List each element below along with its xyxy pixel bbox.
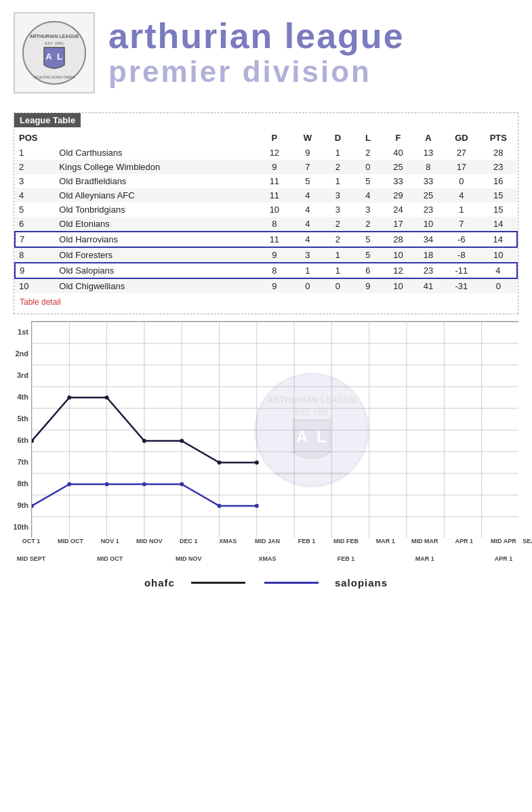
table-row: 7Old Harrovians114252834-614 [15, 232, 517, 247]
table-cell: 4 [293, 188, 323, 202]
chart-x-label: NOV 1MID OCT [89, 538, 130, 562]
table-section-label: League Table [14, 113, 81, 127]
col-p: P [256, 130, 292, 146]
legend-team2: salopians [335, 577, 388, 589]
table-detail-link[interactable]: Table detail [20, 297, 61, 307]
table-cell: 10 [383, 247, 413, 263]
svg-point-40 [105, 482, 109, 486]
col-w: W [293, 130, 323, 146]
table-cell: 5 [293, 174, 323, 188]
table-cell: 4 [15, 188, 55, 202]
page-title-block: arthurian league premier division [108, 17, 405, 89]
table-row: 9Old Salopians81161223-114 [15, 263, 517, 278]
table-cell: 33 [413, 174, 444, 188]
col-d: D [323, 130, 353, 146]
chart-y-label: 2nd [7, 343, 31, 364]
table-cell: 12 [383, 263, 413, 278]
table-cell: -8 [443, 247, 479, 263]
table-cell: 10 [383, 278, 413, 293]
table-cell: Old Carthusians [55, 146, 256, 160]
legend-line-dark [191, 582, 245, 584]
table-cell: 2 [353, 217, 384, 232]
table-cell: 11 [256, 232, 292, 247]
table-cell: 24 [383, 202, 413, 217]
table-cell: 0 [480, 278, 517, 293]
svg-point-42 [180, 482, 184, 486]
svg-point-32 [67, 396, 71, 400]
table-cell: 1 [293, 263, 323, 278]
chart-x-axis: OCT 1MID SEPTMID OCTNOV 1MID OCTMID NOVD… [31, 538, 532, 572]
table-cell: Old Salopians [55, 263, 256, 278]
svg-point-34 [142, 439, 146, 443]
table-cell: 4 [443, 188, 479, 202]
legend-line-blue [264, 582, 319, 584]
chart-y-label: 9th [7, 494, 31, 516]
table-cell: 10 [413, 217, 444, 232]
chart-y-label: 8th [7, 473, 31, 494]
table-cell: 28 [480, 146, 517, 160]
table-cell: 3 [293, 247, 323, 263]
table-cell: 23 [413, 263, 444, 278]
table-cell: Old Tonbridgians [55, 202, 256, 217]
page-header: ARTHURIAN LEAGUE EST. 1961 A L AEQUITAS … [0, 0, 532, 100]
table-cell: Old Etonians [55, 217, 256, 232]
table-cell: 15 [480, 188, 517, 202]
table-cell: 14 [480, 217, 517, 232]
table-cell: 40 [383, 146, 413, 160]
table-cell: 2 [323, 217, 353, 232]
table-cell: 27 [443, 146, 479, 160]
table-cell: 7 [293, 160, 323, 174]
table-cell: 0 [443, 174, 479, 188]
table-cell: Old Harrovians [55, 232, 256, 247]
chart-x-label: MID NOV [129, 538, 169, 544]
chart-y-label: 10th [7, 516, 31, 538]
table-cell: -31 [443, 278, 479, 293]
table-cell: 9 [15, 263, 55, 278]
svg-point-37 [255, 461, 259, 465]
table-cell: 4 [480, 263, 517, 278]
table-cell: 4 [293, 232, 323, 247]
table-cell: 9 [256, 247, 292, 263]
table-cell: 18 [413, 247, 444, 263]
table-cell: 4 [293, 217, 323, 232]
chart-y-label: 7th [7, 451, 31, 473]
league-logo: ARTHURIAN LEAGUE EST. 1961 A L AEQUITAS … [14, 12, 95, 93]
col-a: A [413, 130, 444, 146]
col-pos: POS [15, 130, 55, 146]
table-cell: 10 [15, 278, 55, 293]
table-cell: 28 [383, 232, 413, 247]
table-cell: 0 [293, 278, 323, 293]
table-cell: 5 [353, 174, 384, 188]
table-cell: 41 [413, 278, 444, 293]
table-cell: 8 [256, 263, 292, 278]
table-cell: 7 [443, 217, 479, 232]
table-cell: 25 [383, 160, 413, 174]
table-cell: 10 [256, 202, 292, 217]
chart-grid: ARTHURIAN LEAGUE EST. 1961 A L AEQUITAS … [31, 321, 518, 538]
table-row: 2Kings College Wimbledon97202581723 [15, 160, 517, 174]
chart-container: 1st2nd3rd4th5th6th7th8th9th10th ARTHURIA… [7, 321, 518, 572]
table-cell: 2 [353, 146, 384, 160]
table-row: 4Old Alleynians AFC114342925415 [15, 188, 517, 202]
table-cell: 25 [413, 188, 444, 202]
table-cell: 7 [15, 232, 55, 247]
chart-x-label: MID JANXMAS [247, 538, 287, 562]
table-cell: 2 [15, 160, 55, 174]
chart-x-label: MID FEBFEB 1 [326, 538, 367, 562]
table-cell: 5 [353, 232, 384, 247]
league-table: POS P W D L F A GD PTS 1Old Carthusians1… [14, 130, 518, 293]
svg-point-36 [218, 461, 222, 465]
table-cell: 8 [15, 247, 55, 263]
table-cell: 8 [413, 160, 444, 174]
table-cell: 29 [383, 188, 413, 202]
table-cell: 0 [323, 278, 353, 293]
table-cell: Old Bradfieldians [55, 174, 256, 188]
svg-text:L: L [57, 51, 62, 62]
table-cell: 11 [256, 188, 292, 202]
chart-x-label: MID MARMAR 1 [405, 538, 445, 562]
league-table-section: League Table POS P W D L F A GD PTS 1Old… [14, 112, 518, 314]
chart-y-label: 5th [7, 408, 31, 429]
table-cell: 1 [15, 146, 55, 160]
table-row: 6Old Etonians84221710714 [15, 217, 517, 232]
chart-legend: ohafc salopians [7, 574, 525, 591]
